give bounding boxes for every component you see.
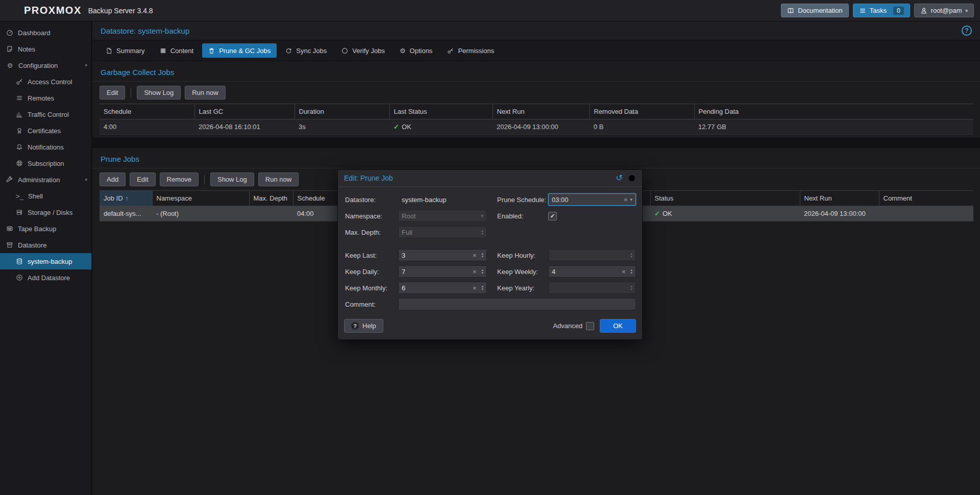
tasks-button[interactable]: Tasks 0: [853, 4, 910, 17]
help-icon[interactable]: ?: [962, 26, 972, 36]
dialog-header[interactable]: Edit: Prune Job ↺: [338, 170, 642, 187]
check-circle-icon: [341, 47, 348, 54]
dialog-title: Edit: Prune Job: [344, 174, 393, 182]
gc-run-now-button[interactable]: Run now: [185, 86, 225, 100]
sidebar-item-shell[interactable]: >_ Shell: [0, 188, 91, 204]
sidebar-item-add-datastore[interactable]: Add Datastore: [0, 269, 91, 286]
sidebar-item-system-backup[interactable]: system-backup: [0, 253, 91, 269]
spinner-icon[interactable]: ▴▾: [481, 252, 483, 258]
prune-add-button[interactable]: Add: [100, 172, 126, 186]
sidebar-item-access-control[interactable]: Access Control: [0, 73, 91, 90]
gc-col-last-status[interactable]: Last Status: [389, 104, 493, 119]
tasks-label: Tasks: [870, 7, 887, 14]
user-icon: [920, 7, 927, 14]
edit-prune-job-dialog: Edit: Prune Job ↺ Datastore: system-back…: [337, 169, 643, 340]
top-header-bar: PROXMOX Backup Server 3.4.8 Documentatio…: [0, 0, 980, 21]
gc-job-row[interactable]: 4:00 2026-04-08 16:10:01 3s ✓OK 2026-04-…: [100, 119, 973, 135]
enabled-checkbox[interactable]: ✓: [548, 212, 557, 220]
documentation-button[interactable]: Documentation: [781, 4, 848, 17]
gc-col-duration[interactable]: Duration: [295, 104, 389, 119]
prune-show-log-button[interactable]: Show Log: [210, 172, 254, 186]
prune-col-job-id[interactable]: Job ID↑: [100, 191, 152, 206]
user-menu-button[interactable]: root@pam ▾: [914, 4, 974, 17]
prune-col-max-depth[interactable]: Max. Depth: [249, 191, 293, 206]
spinner-icon[interactable]: ▴▾: [630, 268, 632, 275]
prune-col-namespace[interactable]: Namespace: [152, 191, 249, 206]
sidebar-item-remotes[interactable]: Remotes: [0, 90, 91, 106]
gc-col-schedule[interactable]: Schedule: [100, 104, 194, 119]
tab-sync-jobs[interactable]: Sync Jobs: [279, 43, 333, 58]
max-depth-spinner: Full ▴▾: [398, 226, 487, 238]
gc-status-text: OK: [402, 123, 411, 131]
comment-label: Comment:: [345, 301, 398, 308]
prune-col-next-run[interactable]: Next Run: [800, 191, 879, 206]
chevron-down-icon[interactable]: ▾: [85, 177, 87, 182]
note-icon: [6, 45, 13, 53]
chevron-down-icon: ▾: [965, 8, 968, 13]
gears-icon: ⚙: [6, 62, 14, 69]
chevron-down-icon[interactable]: ▾: [85, 63, 87, 68]
ok-button[interactable]: OK: [600, 319, 636, 333]
gc-edit-button[interactable]: Edit: [100, 86, 125, 100]
sync-icon: [285, 47, 292, 54]
keep-last-input[interactable]: 3 × ▴▾: [398, 249, 487, 261]
keep-yearly-input[interactable]: ▴▾: [548, 282, 636, 294]
help-button[interactable]: ? Help: [344, 319, 383, 333]
sidebar-item-certificates[interactable]: Certificates: [0, 122, 91, 139]
spinner-icon[interactable]: ▴▾: [481, 268, 483, 275]
keep-weekly-input[interactable]: 4 × ▴▾: [548, 265, 636, 278]
clear-icon[interactable]: ×: [473, 268, 477, 275]
tab-content[interactable]: Content: [154, 43, 200, 58]
sidebar-item-datastore[interactable]: Datastore: [0, 237, 91, 253]
question-icon: ?: [351, 322, 359, 330]
tab-options[interactable]: ⚙ Options: [394, 43, 438, 58]
prune-col-comment[interactable]: Comment: [879, 191, 973, 206]
gc-col-last-gc[interactable]: Last GC: [194, 104, 295, 119]
close-icon[interactable]: [628, 174, 636, 182]
clear-icon[interactable]: ×: [473, 285, 477, 291]
tab-summary[interactable]: Summary: [100, 43, 151, 58]
toolbar-separator: [204, 175, 205, 184]
gc-col-pending-data[interactable]: Pending Data: [694, 104, 973, 119]
tab-permissions[interactable]: Permissions: [441, 43, 500, 58]
sidebar-item-notes[interactable]: Notes: [0, 41, 91, 57]
sidebar-item-storage-disks[interactable]: Storage / Disks: [0, 204, 91, 220]
gc-jobs-section: Garbage Collect Jobs Edit Show Log Run n…: [92, 61, 980, 135]
spinner-icon[interactable]: ▴▾: [630, 252, 632, 258]
brand-name: PROXMOX: [24, 5, 82, 16]
prune-schedule-input[interactable]: 03:00 × ▾: [548, 193, 636, 206]
keep-monthly-input[interactable]: 6 × ▴▾: [398, 282, 487, 294]
sidebar-item-tape-backup[interactable]: Tape Backup: [0, 220, 91, 237]
topbar-actions: Documentation Tasks 0 root@pam ▾: [781, 4, 974, 17]
tab-prune-gc-jobs[interactable]: Prune & GC Jobs: [202, 43, 277, 58]
prune-col-status[interactable]: Status: [650, 191, 800, 206]
keep-hourly-input[interactable]: ▴▾: [548, 249, 636, 261]
sidebar-item-notifications[interactable]: Notifications: [0, 139, 91, 155]
prune-edit-button[interactable]: Edit: [130, 172, 155, 186]
prune-remove-button[interactable]: Remove: [160, 172, 199, 186]
sidebar-item-subscription[interactable]: Subscription: [0, 155, 91, 171]
clear-icon[interactable]: ×: [624, 196, 628, 203]
gc-col-removed-data[interactable]: Removed Data: [590, 104, 694, 119]
keep-daily-input[interactable]: 7 × ▴▾: [398, 265, 487, 278]
sidebar-item-administration[interactable]: Administration ▾: [0, 171, 91, 188]
gc-show-log-button[interactable]: Show Log: [137, 86, 181, 100]
comment-input[interactable]: [398, 298, 636, 310]
prune-run-now-button[interactable]: Run now: [258, 172, 299, 186]
clear-icon[interactable]: ×: [473, 252, 477, 259]
advanced-checkbox[interactable]: [586, 322, 594, 330]
proxmox-logo-icon: [6, 4, 19, 17]
chevron-down-icon[interactable]: ▾: [630, 197, 632, 202]
trash-icon: [208, 47, 215, 54]
spinner-icon[interactable]: ▴▾: [481, 285, 483, 291]
sidebar-item-traffic-control[interactable]: Traffic Control: [0, 106, 91, 122]
sidebar-item-dashboard[interactable]: Dashboard: [0, 24, 91, 41]
toolbar-separator: [131, 88, 131, 97]
gc-col-next-run[interactable]: Next Run: [493, 104, 590, 119]
spinner-icon[interactable]: ▴▾: [630, 285, 632, 291]
reset-icon[interactable]: ↺: [616, 174, 623, 182]
tab-verify-jobs[interactable]: Verify Jobs: [335, 43, 391, 58]
keep-last-label: Keep Last:: [345, 252, 398, 259]
sidebar-item-configuration[interactable]: ⚙ Configuration ▾: [0, 57, 91, 73]
clear-icon[interactable]: ×: [622, 268, 626, 275]
